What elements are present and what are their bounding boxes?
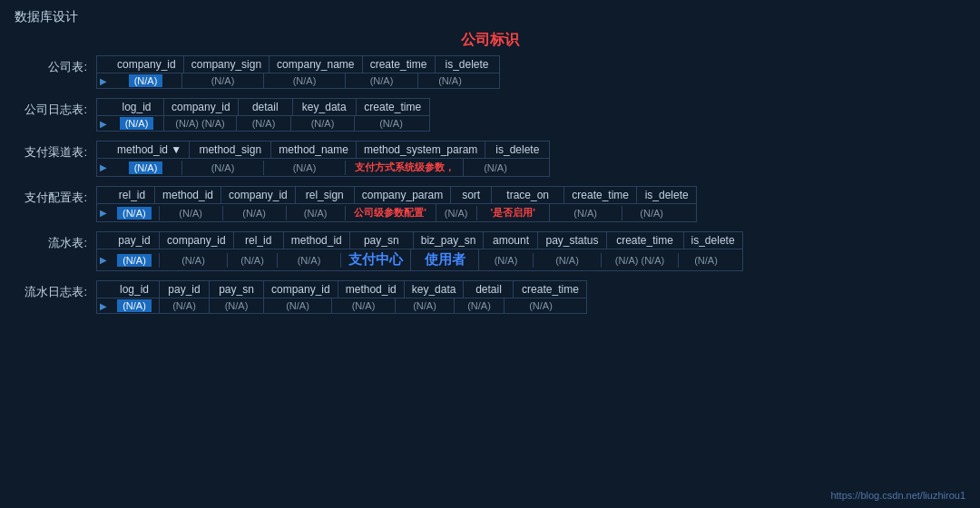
body-cell-3-0-7: (N/A) [550, 206, 622, 220]
table-block-0: 公司表:company_idcompany_signcompany_namecr… [15, 55, 965, 89]
body-cell-5-0-3: (N/A) [264, 298, 332, 313]
header-cell-5-4: method_id [338, 281, 405, 298]
arrow-icon-1-0: ▶ [97, 117, 110, 131]
header-cell-2-4: is_delete [485, 142, 549, 158]
arrow-icon-0-0: ▶ [97, 74, 110, 88]
body-cell-2-0-2: (N/A) [264, 161, 346, 175]
header-cell-3-6: trace_on [492, 187, 564, 203]
db-table-0: company_idcompany_signcompany_namecreate… [96, 55, 500, 89]
header-cell-4-8: create_time [607, 232, 684, 249]
body-cell-1-0-1: (N/A) (N/A) [164, 116, 237, 131]
header-cell-4-7: pay_status [538, 232, 606, 249]
header-cell-3-0: rel_id [110, 187, 155, 203]
header-cell-5-0: log_id [110, 281, 160, 298]
header-cell-1-1: company_id [164, 99, 239, 115]
body-cell-4-0-2: (N/A) [228, 253, 278, 268]
header-cell-2-2: method_name [271, 142, 357, 158]
body-cell-5-0-2: (N/A) [210, 298, 264, 313]
header-cell-4-9: is_delete [684, 232, 742, 249]
header-cell-5-5: key_data [405, 281, 465, 298]
body-cell-3-0-2: (N/A) [223, 206, 287, 220]
header-cell-3-4: company_param [355, 187, 451, 203]
header-cell-4-5: biz_pay_sn [414, 232, 485, 249]
header-cell-4-0: pay_id [110, 232, 160, 249]
body-cell-0-0-1: (N/A) [182, 73, 264, 88]
header-cell-0-2: company_name [270, 56, 362, 73]
body-cell-4-0-9: (N/A) [679, 253, 733, 268]
body-cell-4-0-0: (N/A) [110, 253, 160, 268]
table-block-2: 支付渠道表:method_id ▼method_signmethod_namem… [15, 141, 965, 177]
body-cell-4-0-1: (N/A) [160, 253, 228, 268]
header-cell-2-0: method_id ▼ [110, 142, 190, 158]
body-cell-1-0-3: (N/A) [291, 116, 355, 131]
header-cell-1-2: detail [239, 99, 293, 115]
db-table-5: log_idpay_idpay_sncompany_idmethod_idkey… [96, 280, 587, 314]
body-cell-1-0-4: (N/A) [355, 116, 427, 131]
header-cell-5-6: detail [464, 281, 514, 298]
header-cell-2-3: method_system_param [357, 142, 485, 158]
body-cell-2-0-0: (N/A) [110, 161, 182, 175]
table-label-3: 支付配置表: [15, 186, 96, 206]
body-cell-1-0-0: (N/A) [110, 116, 164, 131]
db-table-4: pay_idcompany_idrel_idmethod_idpay_snbiz… [96, 231, 743, 271]
body-cell-3-0-6: '是否启用' [477, 204, 550, 221]
header-cell-0-3: create_time [363, 56, 436, 73]
header-cell-0-4: is_delete [436, 56, 499, 73]
body-cell-5-0-5: (N/A) [396, 298, 455, 313]
body-cell-5-0-1: (N/A) [160, 298, 210, 313]
body-cell-4-0-8: (N/A) (N/A) [602, 253, 679, 268]
header-cell-3-2: company_id [221, 187, 296, 203]
header-cell-0-1: company_sign [184, 56, 270, 73]
arrow-icon-3-0: ▶ [97, 206, 110, 220]
db-table-3: rel_idmethod_idcompany_idrel_signcompany… [96, 186, 697, 222]
header-cell-4-3: method_id [284, 232, 350, 249]
header-cell-5-1: pay_id [160, 281, 210, 298]
body-cell-3-0-5: (N/A) [436, 206, 477, 220]
table-label-4: 流水表: [15, 231, 96, 251]
arrow-icon-4-0: ▶ [97, 253, 110, 267]
body-cell-5-0-4: (N/A) [332, 298, 396, 313]
body-cell-3-0-0: (N/A) [110, 206, 160, 220]
header-cell-3-1: method_id [155, 187, 221, 203]
body-cell-1-0-2: (N/A) [237, 116, 291, 131]
table-block-5: 流水日志表:log_idpay_idpay_sncompany_idmethod… [15, 280, 965, 314]
arrow-icon-5-0: ▶ [97, 299, 110, 313]
body-cell-3-0-3: (N/A) [287, 206, 346, 220]
header-cell-2-1: method_sign [190, 142, 271, 158]
header-cell-3-3: rel_sign [296, 187, 355, 203]
body-cell-4-0-4: 支付中心 [341, 249, 411, 270]
table-label-0: 公司表: [15, 55, 96, 75]
body-cell-3-0-4: 公司级参数配置' [346, 204, 436, 221]
body-cell-3-0-8: (N/A) [622, 206, 681, 220]
body-cell-0-0-0: (N/A) [110, 73, 182, 88]
header-cell-0-0: company_id [110, 56, 184, 73]
header-cell-3-5: sort [451, 187, 492, 203]
body-cell-2-0-3: 支付方式系统级参数， [346, 159, 464, 176]
body-cell-5-0-7: (N/A) [505, 298, 577, 313]
body-cell-2-0-1: (N/A) [182, 161, 264, 175]
header-cell-4-6: amount [484, 232, 538, 249]
body-cell-4-0-6: (N/A) [479, 253, 534, 268]
body-cell-4-0-5: 使用者 [411, 249, 479, 270]
header-cell-4-2: rel_id [234, 232, 284, 249]
body-cell-5-0-6: (N/A) [455, 298, 505, 313]
header-cell-1-3: key_data [293, 99, 357, 115]
header-cell-3-7: create_time [564, 187, 637, 203]
arrow-icon-2-0: ▶ [97, 161, 110, 174]
main-label: 公司标识 [15, 31, 965, 50]
header-cell-5-3: company_id [264, 281, 338, 298]
page-title: 数据库设计 [0, 0, 980, 31]
table-label-1: 公司日志表: [15, 98, 96, 118]
body-cell-4-0-3: (N/A) [278, 253, 341, 268]
body-cell-5-0-0: (N/A) [110, 298, 160, 313]
table-label-5: 流水日志表: [15, 280, 96, 300]
header-cell-5-2: pay_sn [210, 281, 264, 298]
table-block-4: 流水表:pay_idcompany_idrel_idmethod_idpay_s… [15, 231, 965, 271]
header-cell-4-4: pay_sn [350, 232, 414, 249]
body-cell-3-0-1: (N/A) [160, 206, 223, 220]
table-block-1: 公司日志表:log_idcompany_iddetailkey_datacrea… [15, 98, 965, 132]
body-cell-0-0-3: (N/A) [346, 73, 418, 88]
body-cell-2-0-4: (N/A) [464, 161, 527, 175]
footer-link: https://blog.csdn.net/liuzhirou1 [830, 490, 965, 501]
header-cell-3-8: is_delete [637, 187, 696, 203]
